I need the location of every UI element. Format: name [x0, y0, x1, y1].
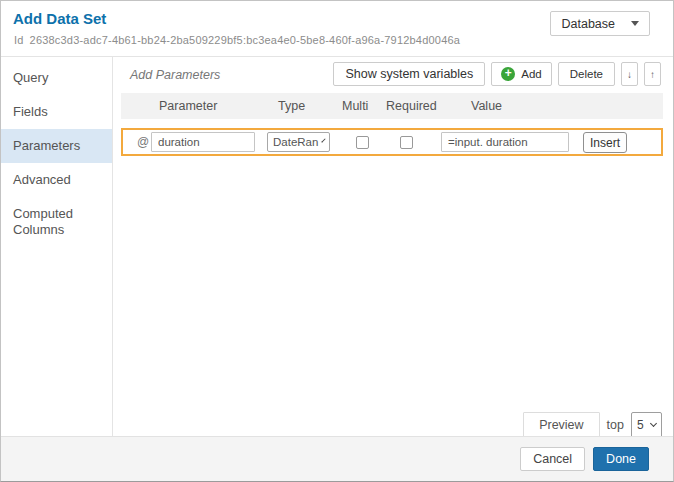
move-up-button[interactable]: ↑ — [644, 62, 661, 86]
add-button-label: Add — [521, 68, 541, 80]
type-select-value: DateRan — [273, 136, 318, 148]
column-header-value: Value — [471, 99, 502, 113]
dialog-title: Add Data Set — [13, 10, 106, 27]
top-count-select[interactable]: 5 — [631, 412, 662, 438]
parameter-value-input[interactable] — [441, 132, 569, 152]
add-parameter-button[interactable]: + Add — [491, 62, 551, 86]
chevron-down-icon — [322, 138, 326, 142]
top-count-value: 5 — [637, 418, 644, 432]
database-dropdown-button[interactable]: Database — [550, 11, 650, 36]
show-system-variables-button[interactable]: Show system variables — [333, 62, 485, 86]
add-data-set-dialog: Add Data Set Id2638c3d3-adc7-4b61-bb24-2… — [0, 0, 674, 482]
database-dropdown-label: Database — [561, 17, 615, 31]
preview-button[interactable]: Preview — [523, 412, 599, 438]
id-value: 2638c3d3-adc7-4b61-bb24-2ba509229bf5:bc3… — [30, 34, 461, 46]
parameter-name-input[interactable] — [151, 132, 255, 152]
column-header-multi: Multi — [342, 99, 368, 113]
multi-checkbox[interactable] — [356, 136, 369, 149]
required-checkbox[interactable] — [400, 136, 413, 149]
caret-down-icon — [631, 21, 639, 26]
type-select[interactable]: DateRan — [267, 132, 330, 152]
top-label: top — [607, 418, 624, 432]
move-down-button[interactable]: ↓ — [621, 62, 638, 86]
parameters-toolbar: Show system variables + Add Delete ↓ ↑ — [333, 62, 661, 86]
preview-row: Preview top 5 — [523, 412, 662, 438]
chevron-down-icon — [650, 420, 657, 427]
column-header-required: Required — [386, 99, 437, 113]
arrow-down-icon: ↓ — [627, 69, 632, 80]
parameter-prefix: @ — [137, 135, 149, 149]
parameters-table-header: Parameter Type Multi Required Value — [121, 93, 663, 119]
done-button[interactable]: Done — [593, 447, 649, 471]
add-plus-icon: + — [501, 67, 515, 81]
dataset-id: Id2638c3d3-adc7-4b61-bb24-2ba509229bf5:b… — [14, 34, 460, 46]
section-label: Add Parameters — [130, 68, 220, 82]
id-label: Id — [14, 34, 24, 46]
insert-button[interactable]: Insert — [583, 132, 627, 153]
sidebar-item-query[interactable]: Query — [1, 61, 112, 95]
column-header-type: Type — [278, 99, 305, 113]
sidebar-item-parameters[interactable]: Parameters — [1, 129, 112, 163]
parameter-row: @ DateRan Insert — [121, 128, 663, 156]
sidebar-item-advanced[interactable]: Advanced — [1, 163, 112, 197]
sidebar-item-computed-columns[interactable]: Computed Columns — [1, 197, 112, 247]
cancel-button[interactable]: Cancel — [520, 447, 585, 471]
delete-parameter-button[interactable]: Delete — [558, 62, 615, 86]
arrow-up-icon: ↑ — [650, 69, 655, 80]
sidebar: Query Fields Parameters Advanced Compute… — [1, 57, 113, 436]
column-header-parameter: Parameter — [159, 99, 217, 113]
dialog-footer: Cancel Done — [1, 436, 673, 481]
sidebar-item-fields[interactable]: Fields — [1, 95, 112, 129]
